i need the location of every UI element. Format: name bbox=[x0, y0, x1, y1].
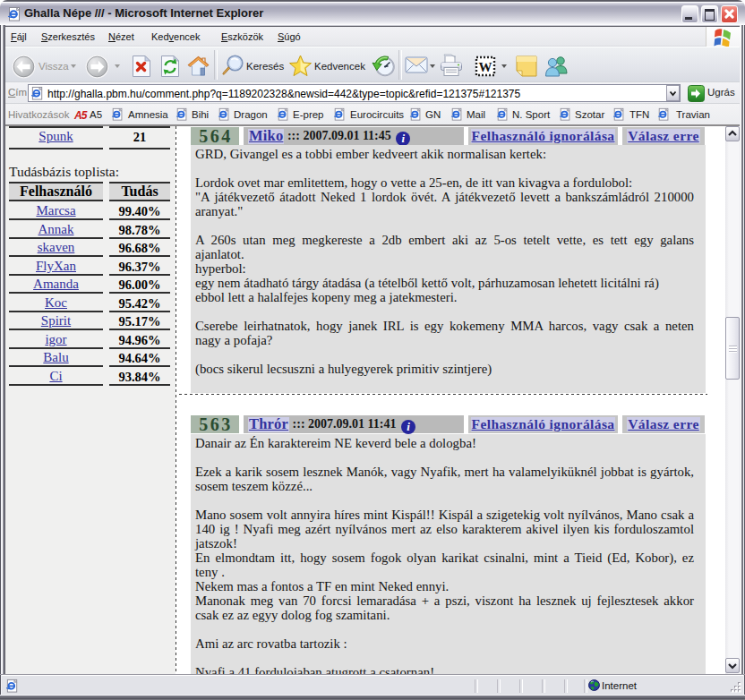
svg-text:W: W bbox=[479, 60, 492, 74]
